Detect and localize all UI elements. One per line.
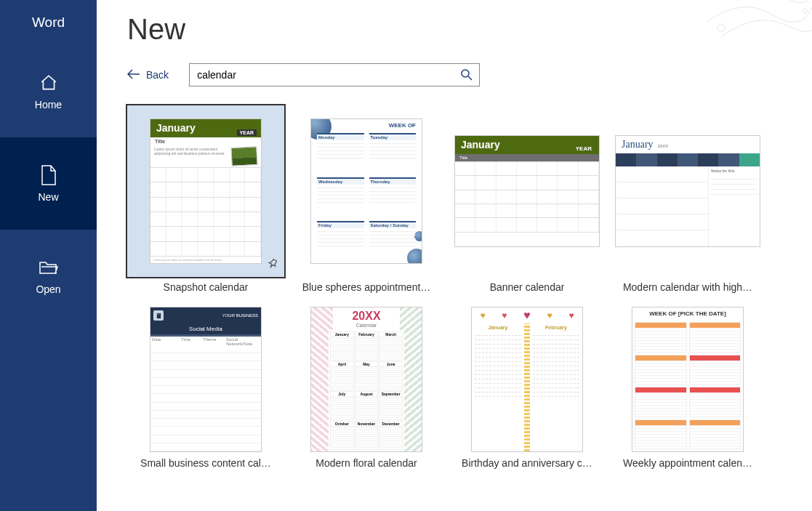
template-row3-2[interactable]: WEEK OF [PICK THE DATE] Monday Tuesday <box>288 482 445 511</box>
template-label: Birthday and anniversary c… <box>462 457 592 469</box>
template-blue-spheres[interactable]: WEEK OF Monday Tuesday Wednesday Thursda… <box>288 105 445 293</box>
svg-point-0 <box>717 24 725 31</box>
svg-point-1 <box>803 9 807 13</box>
template-row3-4[interactable]: January YEAR Title <box>609 482 766 511</box>
thumb-year: YEAR <box>237 129 257 136</box>
document-new-icon <box>39 165 59 185</box>
arrow-left-icon <box>127 69 140 81</box>
heart-icon: ♥ <box>547 310 552 321</box>
svg-point-2 <box>462 70 469 77</box>
template-label: Blue spheres appointment… <box>302 281 431 293</box>
folder-open-icon <box>39 257 59 278</box>
template-label: Snapshot calendar <box>164 281 249 293</box>
svg-rect-5 <box>158 313 159 314</box>
heart-icon: ♥ <box>502 310 507 321</box>
template-label: Modern calendar with high… <box>623 281 752 293</box>
template-banner-calendar[interactable]: January YEAR Title Banner calendar <box>449 105 606 293</box>
thumb-title-label: Title <box>150 137 261 145</box>
template-floral-calendar[interactable]: 20XX Calendar January February March Apr… <box>288 306 445 469</box>
sidebar: Word Home New Open <box>0 0 97 511</box>
search-icon <box>460 68 473 81</box>
thumb-year: YEAR <box>573 145 595 153</box>
pin-icon[interactable] <box>267 258 278 273</box>
templates-grid: January YEAR Title Lorem ipsum dolor sit… <box>127 105 812 511</box>
template-row3-3[interactable]: Family Weekly Calendar WEEK OF <box>449 482 606 511</box>
template-small-business[interactable]: YOUR BUSINESS Social Media DateTimeTheme… <box>127 306 284 469</box>
nav-label: New <box>38 191 58 203</box>
template-modern-calendar[interactable]: January 20XX <box>609 105 766 293</box>
heart-icon: ♥ <box>480 310 485 321</box>
heart-icon: ♥ <box>568 310 574 321</box>
building-icon <box>153 310 164 321</box>
search-button[interactable] <box>458 66 475 84</box>
template-snapshot-calendar[interactable]: January YEAR Title Lorem ipsum dolor sit… <box>127 105 284 293</box>
back-button[interactable]: Back <box>127 69 169 81</box>
svg-rect-4 <box>157 313 158 314</box>
template-row3-1[interactable]: JANYEAR 01 02 <box>127 482 284 511</box>
nav-open[interactable]: Open <box>0 230 97 322</box>
back-label: Back <box>146 69 169 81</box>
heart-icon: ♥ <box>523 309 531 322</box>
home-icon <box>39 73 59 93</box>
nav-label: Home <box>35 99 62 110</box>
app-title: Word <box>0 0 97 45</box>
template-label: Small business content cal… <box>140 457 271 469</box>
nav-new[interactable]: New <box>0 137 97 230</box>
template-birthday-anniversary[interactable]: ♥ ♥ ♥ ♥ ♥ January February Birthday and … <box>449 306 606 469</box>
template-label: Modern floral calendar <box>315 457 417 469</box>
search-input[interactable] <box>189 63 480 86</box>
thumb-heading: January <box>461 139 500 150</box>
template-label: Weekly appointment calen… <box>623 457 752 469</box>
main-content: New Back <box>97 0 812 511</box>
thumb-heading: January <box>156 122 196 134</box>
nav-home[interactable]: Home <box>0 45 97 137</box>
search-box <box>189 63 480 86</box>
thumb-heading: WEEK OF [PICK THE DATE] <box>632 307 743 320</box>
nav-label: Open <box>36 283 60 295</box>
topbar: Back <box>127 63 812 86</box>
template-weekly-appointment[interactable]: WEEK OF [PICK THE DATE] Weekly appointme… <box>609 306 766 469</box>
thumb-title-label: Title <box>455 154 599 161</box>
decorative-swirl <box>699 0 812 65</box>
template-label: Banner calendar <box>490 281 565 293</box>
